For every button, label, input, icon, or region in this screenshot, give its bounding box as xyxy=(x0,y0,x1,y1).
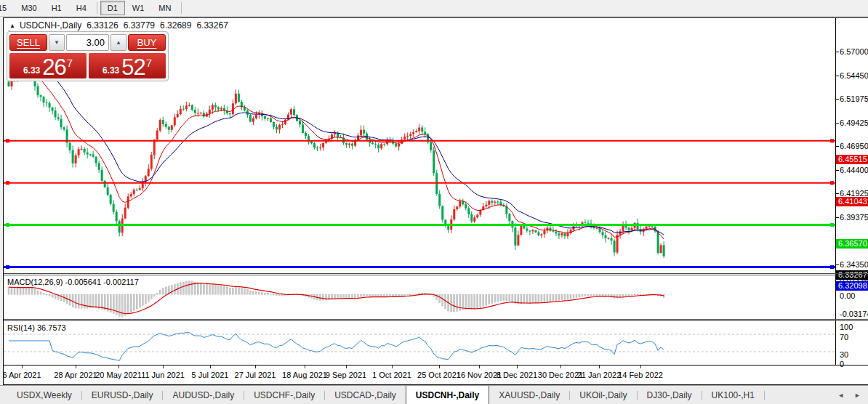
date-tick-mark xyxy=(439,365,440,368)
date-tick-label: 8 Dec 2021 xyxy=(497,371,537,379)
date-tick-mark xyxy=(640,365,641,368)
timeframe-button-d1[interactable]: D1 xyxy=(100,1,125,15)
tab-separator xyxy=(764,391,765,400)
date-tick-mark xyxy=(255,365,256,368)
volume-input[interactable] xyxy=(66,34,109,51)
date-tick-mark xyxy=(560,365,561,368)
tab-scroll-left-icon[interactable]: ◄ xyxy=(837,392,844,399)
date-tick-label: 18 Aug 2021 xyxy=(282,371,327,379)
date-tick-label: 11 Jun 2021 xyxy=(141,371,185,379)
one-click-trading-panel: SELL ▼ ▲ BUY 6.33267 6.33527 xyxy=(7,31,169,81)
rsi-panel[interactable] xyxy=(4,321,835,365)
price-tick-mark xyxy=(836,264,839,265)
tab-uk100-h1[interactable]: UK100-,H1 xyxy=(702,386,764,404)
tab-eurusd-daily[interactable]: EURUSD-,Daily xyxy=(82,386,163,404)
volume-increase-button[interactable]: ▲ xyxy=(110,34,126,51)
date-tick-label: 14 Feb 2022 xyxy=(618,371,663,379)
date-tick-label: 20 May 2021 xyxy=(95,371,142,379)
chart-title: ▲USDCNH-,Daily6.331266.337796.326896.332… xyxy=(9,20,228,31)
rsi-panel-separator[interactable] xyxy=(4,319,868,320)
quote-close: 6.33267 xyxy=(196,20,228,31)
timeframe-button-15[interactable]: 15 xyxy=(0,1,14,15)
date-tick-label: 9 Sep 2021 xyxy=(326,371,366,379)
buy-price-pips: 52 xyxy=(121,57,145,78)
price-tick-label: 6.44400 xyxy=(840,166,868,174)
date-tick-mark xyxy=(599,365,600,368)
date-tick-label: 21 Jan 2022 xyxy=(577,371,622,379)
timeframe-button-m30[interactable]: M30 xyxy=(14,1,44,15)
price-badge: 6.32098 xyxy=(836,281,868,291)
date-tick-label: 27 Jul 2021 xyxy=(235,371,276,379)
date-tick-mark xyxy=(517,365,518,368)
date-tick-label: 1 Oct 2021 xyxy=(372,371,411,379)
tab-usdcnh-daily[interactable]: USDCNH-,Daily xyxy=(406,386,489,404)
macd-panel-separator[interactable] xyxy=(4,273,868,274)
toolbar-separator xyxy=(181,2,182,14)
sell-price-display[interactable]: 6.33267 xyxy=(9,53,87,78)
macd-scale-label: -0.03174 xyxy=(840,310,868,318)
application-root: 15M30H1H4D1W1MN ▲USDCNH-,Daily6.331266.3… xyxy=(0,0,868,404)
date-tick-label: 25 Oct 2021 xyxy=(417,371,461,379)
macd-values: -0.005641 -0.002117 xyxy=(65,278,138,286)
price-tick-label: 6.46950 xyxy=(840,142,868,150)
buy-price-figure: 6.33 xyxy=(103,65,119,76)
sell-price-pips: 26 xyxy=(42,57,65,78)
date-tick-mark xyxy=(22,365,23,368)
chevron-down-icon: ▼ xyxy=(54,39,60,46)
symbol-tabs: USDX,WeeklyEURUSD-,DailyAUDUSD-,DailyUSD… xyxy=(0,386,765,404)
collapse-icon[interactable]: ▲ xyxy=(9,23,15,29)
tab-usdchf-daily[interactable]: USDCHF-,Daily xyxy=(244,386,324,404)
quote-high: 6.33779 xyxy=(124,20,155,31)
timeframe-button-h4[interactable]: H4 xyxy=(69,1,94,15)
rsi-label: RSI(14) 36.7573 xyxy=(7,323,66,332)
tab-usdx-weekly[interactable]: USDX,Weekly xyxy=(7,386,81,404)
timeframe-toolbar: 15M30H1H4D1W1MN xyxy=(0,0,868,17)
date-tick-mark xyxy=(76,365,76,368)
rsi-scale-label: 30 xyxy=(840,350,848,359)
sell-button[interactable]: SELL xyxy=(9,34,47,51)
price-badge: 6.45515 xyxy=(836,155,868,164)
timeframe-button-mn[interactable]: MN xyxy=(151,1,178,15)
timeframe-button-w1[interactable]: W1 xyxy=(125,1,152,15)
price-tick-mark xyxy=(836,217,839,218)
macd-scale-label: 0.00 xyxy=(840,291,855,300)
price-tick-mark xyxy=(836,99,839,100)
price-tick-mark xyxy=(836,123,839,124)
price-tick-label: 6.49425 xyxy=(840,118,868,127)
tab-scroll-arrows: ◄ ► xyxy=(837,386,861,404)
price-tick-label: 6.51975 xyxy=(840,94,868,103)
date-tick-mark xyxy=(305,365,305,368)
chart-symbol: USDCNH-,Daily xyxy=(20,20,81,31)
date-tick-label: 16 Nov 2021 xyxy=(457,371,502,379)
price-badge: 6.33267 xyxy=(836,270,868,280)
date-tick-mark xyxy=(392,365,393,368)
tab-dj30-daily[interactable]: DJ30-,Daily xyxy=(638,386,702,404)
price-tick-label: 6.57000 xyxy=(840,47,868,56)
date-tick-label: 6 Apr 2021 xyxy=(3,371,41,379)
timeframe-button-h1[interactable]: H1 xyxy=(44,1,69,15)
rsi-value: 36.7573 xyxy=(37,323,66,332)
tab-audusd-daily[interactable]: AUDUSD-,Daily xyxy=(163,386,244,404)
price-tick-mark xyxy=(836,52,839,52)
price-tick-mark xyxy=(836,193,839,194)
price-tick-label: 6.34350 xyxy=(840,260,868,269)
tab-usdcad-daily[interactable]: USDCAD-,Daily xyxy=(325,386,406,404)
date-tick-mark xyxy=(479,365,480,368)
quote-low: 6.32689 xyxy=(160,20,191,31)
price-tick-mark xyxy=(836,76,839,76)
tab-xauusd-daily[interactable]: XAUUSD-,Daily xyxy=(489,386,569,404)
buy-button[interactable]: BUY xyxy=(128,34,166,51)
price-badge: 6.41043 xyxy=(836,197,868,206)
tab-ukoil-daily[interactable]: UKOil-,Daily xyxy=(570,386,636,404)
date-axis[interactable]: 6 Apr 202128 Apr 202120 May 202111 Jun 2… xyxy=(4,365,868,383)
buy-price-display[interactable]: 6.33527 xyxy=(89,53,166,78)
date-tick-mark xyxy=(346,365,347,368)
price-badge: 6.36570 xyxy=(836,239,868,249)
axis-divider xyxy=(835,18,836,365)
toolbar-separator xyxy=(97,2,97,14)
price-tick-label: 6.54450 xyxy=(840,71,868,80)
date-tick-label: 5 Jul 2021 xyxy=(192,371,229,379)
rsi-scale-label: 0 xyxy=(840,360,844,368)
volume-decrease-button[interactable]: ▼ xyxy=(49,34,65,51)
tab-scroll-right-icon[interactable]: ► xyxy=(854,392,861,399)
